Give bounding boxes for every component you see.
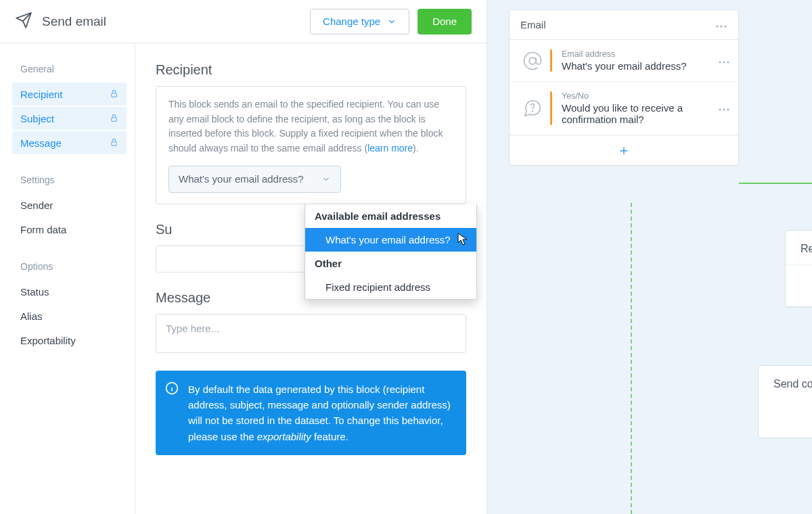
- svg-point-14: [719, 108, 721, 110]
- connector-line: [739, 183, 812, 184]
- question-icon: [518, 98, 547, 118]
- page-title: Send email: [42, 14, 310, 29]
- toolbar: Send email Change type Done: [0, 0, 487, 43]
- banner-text-c: feature.: [311, 431, 348, 442]
- main-panel: Recipient This block sends an email to t…: [135, 43, 487, 514]
- sidebar-item-label: Exportability: [20, 335, 76, 346]
- row-label: Email address: [562, 49, 718, 59]
- recipient-select-value: What's your email address?: [179, 173, 304, 185]
- recipient-select[interactable]: What's your email address?: [168, 166, 341, 193]
- recipient-help: This block sends an email to the specifi…: [168, 97, 453, 156]
- svg-point-15: [723, 108, 725, 110]
- recipient-help-b: ).: [413, 143, 419, 154]
- svg-point-10: [719, 61, 721, 63]
- sidebar-item-label: Subject: [20, 113, 54, 124]
- paper-plane-icon: [15, 11, 32, 32]
- more-icon[interactable]: [718, 55, 730, 67]
- svg-point-12: [727, 61, 729, 63]
- chevron-down-icon: [321, 174, 331, 184]
- dropdown-option-fixed[interactable]: Fixed recipient address: [305, 275, 476, 299]
- info-icon: [165, 381, 179, 399]
- email-block-card[interactable]: Email Email address What's your email ad…: [509, 9, 739, 166]
- dropdown-option-email-block[interactable]: What's your email address?: [305, 228, 476, 252]
- email-block-header: Email: [510, 10, 738, 40]
- learn-more-link[interactable]: learn more: [367, 143, 413, 154]
- more-icon[interactable]: [715, 19, 727, 30]
- svg-point-7: [720, 25, 722, 27]
- svg-point-13: [533, 111, 533, 112]
- add-row-button[interactable]: [510, 135, 738, 165]
- sidebar-item-alias[interactable]: Alias: [12, 304, 127, 327]
- canvas-card-label: Re: [800, 243, 812, 254]
- accent-bar: [550, 91, 552, 125]
- sidebar: General Recipient Subject Message Settin…: [0, 43, 135, 514]
- svg-point-8: [724, 25, 726, 27]
- recipient-card: This block sends an email to the specifi…: [156, 86, 466, 204]
- recipient-dropdown: Available email addresses What's your em…: [304, 204, 477, 300]
- row-label: Yes/No: [562, 91, 718, 101]
- lock-icon: [110, 89, 118, 100]
- done-button[interactable]: Done: [418, 9, 472, 34]
- email-block-row[interactable]: Yes/No Would you like to receive a confi…: [510, 82, 738, 135]
- exportability-banner: By default the data generated by this bl…: [156, 371, 466, 455]
- sidebar-item-label: Alias: [20, 310, 43, 322]
- svg-point-6: [716, 25, 718, 27]
- svg-point-11: [723, 61, 725, 63]
- email-block-title: Email: [520, 19, 546, 30]
- sidebar-group-options: Options: [20, 261, 135, 272]
- canvas-preview: Email Email address What's your email ad…: [487, 0, 812, 514]
- plus-icon: [618, 145, 629, 156]
- accent-bar: [550, 49, 552, 72]
- recipient-heading: Recipient: [156, 62, 466, 78]
- email-block-row[interactable]: Email address What's your email address?: [510, 40, 738, 82]
- svg-point-9: [529, 57, 536, 64]
- mouse-cursor-icon: [457, 233, 468, 249]
- connector-line: [631, 203, 632, 514]
- change-type-label: Change type: [323, 16, 380, 27]
- chevron-down-icon: [387, 17, 397, 26]
- sidebar-item-sender[interactable]: Sender: [12, 193, 127, 216]
- dropdown-group-other: Other: [305, 252, 476, 275]
- canvas-card-partial[interactable]: Re: [785, 230, 812, 307]
- sidebar-group-general: General: [20, 64, 135, 74]
- svg-rect-0: [112, 93, 117, 96]
- lock-icon: [110, 113, 118, 124]
- canvas-card-partial[interactable]: Send co: [758, 365, 812, 438]
- more-icon[interactable]: [718, 102, 730, 114]
- svg-rect-1: [112, 117, 117, 120]
- message-input[interactable]: Type here...: [156, 314, 466, 353]
- dropdown-group-available: Available email addresses: [305, 204, 476, 228]
- message-placeholder: Type here...: [166, 323, 219, 334]
- row-value: What's your email address?: [562, 60, 718, 72]
- change-type-button[interactable]: Change type: [310, 9, 409, 34]
- sidebar-item-status[interactable]: Status: [12, 280, 127, 303]
- sidebar-item-recipient[interactable]: Recipient: [12, 83, 127, 106]
- done-label: Done: [432, 16, 457, 27]
- sidebar-item-label: Form data: [20, 224, 66, 235]
- at-icon: [518, 51, 547, 71]
- sidebar-item-label: Recipient: [20, 89, 63, 100]
- sidebar-item-subject[interactable]: Subject: [12, 107, 127, 130]
- sidebar-item-form-data[interactable]: Form data: [12, 218, 127, 241]
- row-value: Would you like to receive a confirmation…: [562, 102, 718, 125]
- sidebar-item-message[interactable]: Message: [12, 131, 127, 154]
- canvas-card-label: Send co: [773, 378, 812, 390]
- svg-point-16: [727, 108, 729, 110]
- svg-rect-2: [112, 141, 117, 145]
- sidebar-group-settings: Settings: [20, 174, 135, 185]
- sidebar-item-label: Sender: [20, 200, 53, 211]
- banner-text-b: exportability: [257, 431, 311, 442]
- lock-icon: [110, 137, 118, 149]
- sidebar-item-label: Message: [20, 137, 62, 149]
- sidebar-item-exportability[interactable]: Exportability: [12, 329, 127, 352]
- sidebar-item-label: Status: [20, 286, 49, 298]
